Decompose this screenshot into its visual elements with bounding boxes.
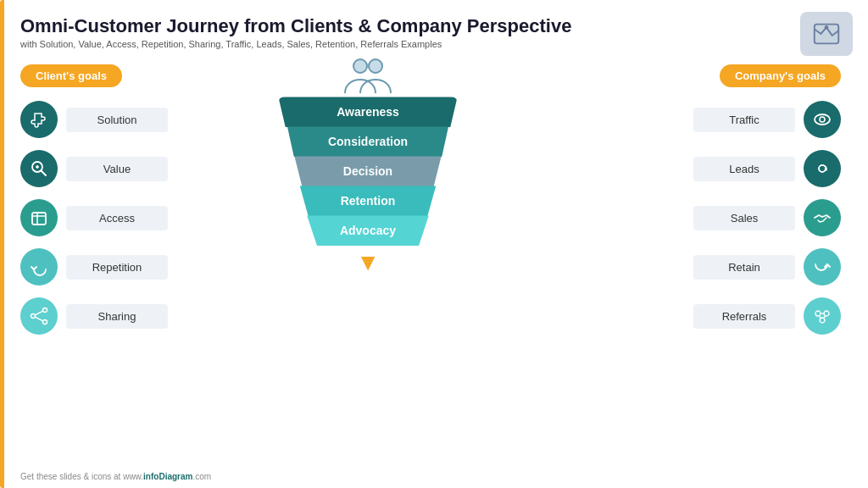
referrals-label: Referrals bbox=[693, 304, 795, 329]
awareness-ribbon: Awareness bbox=[278, 97, 457, 127]
list-item: Sharing bbox=[20, 297, 168, 335]
footer-text: Get these slides & icons at www. bbox=[20, 472, 143, 481]
retain-label: Retain bbox=[693, 255, 795, 280]
referrals-icon-circle bbox=[804, 297, 841, 335]
svg-point-14 bbox=[353, 59, 367, 73]
main-container: Omni-Customer Journey from Clients & Com… bbox=[0, 0, 868, 488]
consideration-ribbon: Consideration bbox=[284, 126, 452, 157]
svg-line-12 bbox=[35, 312, 42, 316]
svg-line-3 bbox=[42, 171, 47, 176]
map-icon bbox=[810, 18, 843, 50]
funnel-wrapper: Awareness Consideration Decision Retenti… bbox=[275, 97, 461, 276]
right-column: Company's goals Traffic Leads bbox=[470, 56, 848, 335]
list-item: Referrals bbox=[693, 297, 841, 335]
repetition-icon-circle bbox=[20, 248, 58, 286]
eye-icon bbox=[811, 108, 833, 130]
sharing-label: Sharing bbox=[66, 304, 168, 329]
map-icon-box bbox=[800, 12, 853, 56]
magnifier-icon bbox=[28, 158, 50, 180]
svg-point-16 bbox=[815, 114, 830, 125]
svg-point-11 bbox=[43, 320, 47, 324]
svg-point-17 bbox=[820, 117, 825, 122]
left-column: Client's goals Solution bbox=[20, 56, 258, 335]
list-item: Access bbox=[20, 199, 168, 236]
repetition-label: Repetition bbox=[66, 255, 168, 280]
traffic-label: Traffic bbox=[693, 108, 795, 132]
box-icon bbox=[28, 207, 50, 229]
solution-icon-circle bbox=[20, 101, 58, 138]
access-label: Access bbox=[66, 206, 168, 230]
content-area: Client's goals Solution bbox=[20, 56, 848, 463]
handshake-icon bbox=[811, 207, 833, 229]
solution-label: Solution bbox=[66, 108, 168, 132]
list-item: Solution bbox=[20, 101, 168, 138]
sub-title: with Solution, Value, Access, Repetition… bbox=[20, 39, 848, 49]
main-title: Omni-Customer Journey from Clients & Com… bbox=[20, 15, 848, 37]
list-item: Repetition bbox=[20, 248, 168, 286]
header-area: Omni-Customer Journey from Clients & Com… bbox=[20, 15, 848, 49]
center-column: Awareness Consideration Decision Retenti… bbox=[266, 56, 470, 276]
referrals-icon bbox=[811, 305, 833, 327]
list-item: Leads bbox=[693, 150, 841, 187]
client-goals-label: Client's goals bbox=[20, 64, 122, 87]
footer-text2: .com bbox=[192, 472, 211, 481]
list-item: Value bbox=[20, 150, 168, 187]
retention-ribbon: Retention bbox=[297, 186, 438, 216]
share-icon bbox=[28, 305, 50, 327]
retain-icon-circle bbox=[804, 248, 841, 286]
list-item: Sales bbox=[693, 199, 841, 236]
svg-point-1 bbox=[825, 25, 829, 30]
footer: Get these slides & icons at www.infoDiag… bbox=[20, 472, 211, 481]
retain-icon bbox=[811, 256, 833, 278]
list-item: Retain bbox=[693, 248, 841, 286]
svg-rect-6 bbox=[32, 213, 46, 225]
access-icon-circle bbox=[20, 199, 58, 236]
people-icon bbox=[338, 56, 398, 95]
sales-label: Sales bbox=[693, 206, 795, 230]
svg-point-9 bbox=[43, 308, 47, 313]
left-accent bbox=[0, 0, 4, 488]
puzzle-icon bbox=[28, 108, 50, 130]
at-icon bbox=[811, 158, 833, 180]
traffic-icon-circle bbox=[804, 101, 841, 138]
svg-point-19 bbox=[815, 311, 821, 316]
list-item: Traffic bbox=[693, 101, 841, 138]
decision-ribbon: Decision bbox=[292, 156, 444, 186]
value-icon-circle bbox=[20, 150, 58, 187]
svg-point-15 bbox=[369, 59, 382, 73]
svg-point-21 bbox=[820, 318, 825, 323]
right-items: Traffic Leads bbox=[693, 101, 841, 335]
leads-label: Leads bbox=[693, 157, 795, 181]
advocacy-ribbon: Advocacy bbox=[304, 215, 431, 246]
leads-icon-circle bbox=[804, 150, 841, 187]
svg-point-20 bbox=[824, 311, 829, 316]
footer-brand: infoDiagram bbox=[143, 472, 192, 481]
repeat-icon bbox=[28, 256, 50, 278]
left-items: Solution Value bbox=[20, 101, 168, 335]
value-label: Value bbox=[66, 157, 168, 181]
company-goals-label: Company's goals bbox=[720, 64, 841, 87]
funnel-arrow: ▼ bbox=[356, 249, 380, 276]
svg-point-10 bbox=[31, 314, 36, 319]
svg-line-13 bbox=[35, 318, 42, 322]
sharing-icon-circle bbox=[20, 297, 58, 335]
sales-icon-circle bbox=[804, 199, 841, 236]
